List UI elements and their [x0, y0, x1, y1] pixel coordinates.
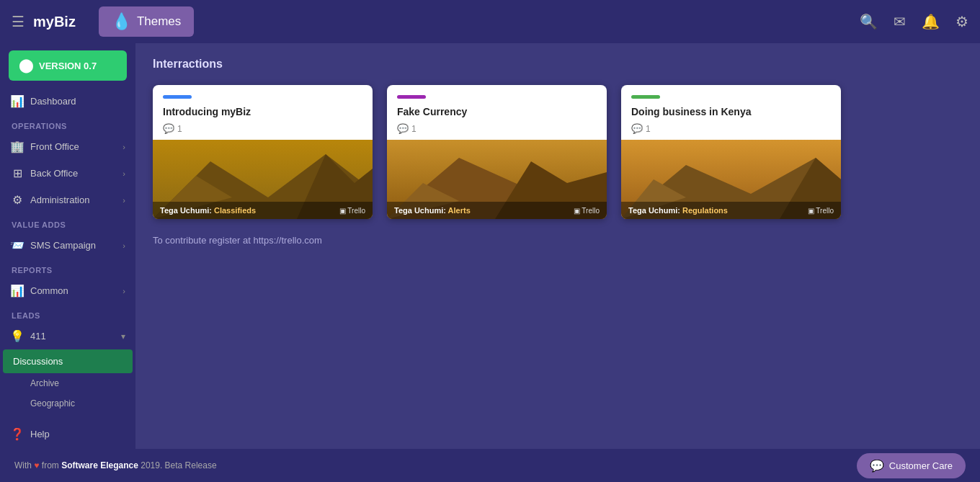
- sidebar-item-help[interactable]: ❓ Help: [0, 421, 135, 447]
- footer: With ♥ from Software Elegance 2019. Beta…: [0, 449, 980, 482]
- card-2-color-bar: [397, 95, 426, 99]
- card-1-header: Introducing myBiz 💬 1: [153, 85, 373, 140]
- brand-name: Software Elegance: [61, 460, 138, 470]
- card-2-author: Tega Uchumi: Alerts: [394, 206, 471, 215]
- sidebar-label-administration: Administration: [30, 195, 117, 205]
- sidebar-item-administration[interactable]: ⚙ Administration ›: [0, 187, 135, 213]
- card-3-comment: 💬 1: [631, 123, 831, 134]
- sidebar-item-discussions[interactable]: Discussions: [3, 349, 133, 373]
- card-3-color-bar: [631, 95, 660, 99]
- chat-icon: 💬: [870, 459, 884, 473]
- sidebar: ⬤ VERSION 0.7 📊 Dashboard OPERATIONS 🏢 F…: [0, 43, 135, 449]
- contribute-text: To contribute register at https://trello…: [153, 235, 963, 246]
- chevron-right-icon-4: ›: [122, 241, 125, 250]
- card-3-title: Doing business in Kenya: [631, 106, 831, 117]
- customer-care-label: Customer Care: [889, 460, 953, 471]
- card-3-overlay: Tega Uchumi: Regulations ▣ Trello: [621, 202, 841, 219]
- customer-care-button[interactable]: 💬 Customer Care: [857, 453, 966, 478]
- sidebar-item-dashboard[interactable]: 📊 Dashboard: [0, 88, 135, 115]
- card-1-color-bar: [163, 95, 192, 99]
- sidebar-label-discussions: Discussions: [13, 356, 122, 367]
- version-label: VERSION 0.7: [39, 61, 97, 71]
- sms-icon: 📨: [10, 238, 24, 252]
- card-2-comment: 💬 1: [397, 123, 597, 134]
- back-office-icon: ⊞: [10, 166, 24, 180]
- dashboard-icon: 📊: [10, 94, 24, 108]
- trello-badge-2: ▣ Trello: [574, 207, 600, 215]
- chevron-right-icon-3: ›: [122, 196, 125, 205]
- sidebar-item-common[interactable]: 📊 Common ›: [0, 277, 135, 304]
- chevron-down-icon: ▾: [121, 331, 125, 342]
- sidebar-item-411[interactable]: 💡 411 ▾: [0, 323, 135, 349]
- card-2-image: Tega Uchumi: Alerts ▣ Trello: [387, 140, 607, 219]
- settings-icon[interactable]: ⚙: [956, 13, 968, 30]
- card-1-title: Introducing myBiz: [163, 106, 362, 117]
- hamburger-icon[interactable]: ☰: [12, 13, 24, 30]
- sidebar-label-front-office: Front Office: [30, 141, 117, 152]
- sidebar-label-411: 411: [30, 331, 115, 342]
- trello-badge-3: ▣ Trello: [808, 207, 834, 215]
- topbar: ☰ myBiz 💧 Themes 🔍 ✉ 🔔 ⚙: [0, 0, 980, 43]
- section-label-operations: OPERATIONS: [0, 115, 135, 133]
- card-2-comment-count: 1: [411, 124, 416, 134]
- section-label-value-adds: VALUE ADDS: [0, 213, 135, 232]
- comment-icon-2: 💬: [397, 123, 409, 134]
- card-2-title: Fake Currency: [397, 106, 597, 117]
- version-button[interactable]: ⬤ VERSION 0.7: [9, 50, 127, 81]
- card-3-header: Doing business in Kenya 💬 1: [621, 85, 841, 140]
- chevron-right-icon: ›: [122, 143, 125, 151]
- sidebar-label-dashboard: Dashboard: [30, 96, 125, 107]
- section-label-leads: LEADS: [0, 304, 135, 323]
- sidebar-label-common: Common: [30, 285, 117, 296]
- cards-row: Introducing myBiz 💬 1: [153, 85, 963, 219]
- common-icon: 📊: [10, 284, 24, 298]
- sidebar-label-archive: Archive: [30, 378, 59, 388]
- themes-icon: 💧: [112, 12, 131, 31]
- chevron-right-icon-2: ›: [122, 169, 125, 178]
- card-3-comment-count: 1: [646, 124, 651, 134]
- sidebar-label-back-office: Back Office: [30, 168, 117, 179]
- footer-text: With ♥ from Software Elegance 2019. Beta…: [14, 460, 217, 470]
- sidebar-label-help: Help: [30, 429, 125, 439]
- card-3-author: Tega Uchumi: Regulations: [628, 206, 728, 215]
- search-icon[interactable]: 🔍: [860, 13, 878, 30]
- bell-icon[interactable]: 🔔: [922, 13, 940, 30]
- layout: ⬤ VERSION 0.7 📊 Dashboard OPERATIONS 🏢 F…: [0, 43, 980, 449]
- card-3-image: Tega Uchumi: Regulations ▣ Trello: [621, 140, 841, 219]
- card-2-header: Fake Currency 💬 1: [387, 85, 607, 140]
- topbar-left: ☰ myBiz 💧 Themes: [12, 6, 194, 37]
- sidebar-item-front-office[interactable]: 🏢 Front Office ›: [0, 133, 135, 160]
- mail-icon[interactable]: ✉: [894, 13, 906, 30]
- front-office-icon: 🏢: [10, 140, 24, 153]
- topbar-right: 🔍 ✉ 🔔 ⚙: [860, 13, 968, 30]
- sidebar-item-back-office[interactable]: ⊞ Back Office ›: [0, 160, 135, 187]
- chevron-right-icon-5: ›: [122, 287, 125, 295]
- sidebar-item-archive[interactable]: Archive: [0, 373, 135, 393]
- section-title: Interractions: [153, 58, 963, 71]
- card-1-author: Tega Uchumi: Classifieds: [160, 206, 256, 215]
- tab-label: Themes: [137, 14, 181, 29]
- card-fake-currency: Fake Currency 💬 1: [387, 85, 607, 219]
- card-1-overlay: Tega Uchumi: Classifieds ▣ Trello: [153, 202, 373, 219]
- github-icon: ⬤: [19, 58, 33, 73]
- card-1-comment: 💬 1: [163, 123, 362, 134]
- card-2-overlay: Tega Uchumi: Alerts ▣ Trello: [387, 202, 607, 219]
- sidebar-label-geographic: Geographic: [30, 398, 75, 409]
- trello-badge-1: ▣ Trello: [339, 207, 365, 215]
- comment-icon-3: 💬: [631, 123, 643, 134]
- main-content: Interractions Introducing myBiz 💬 1: [135, 43, 980, 449]
- section-label-reports: REPORTS: [0, 259, 135, 277]
- leads-icon: 💡: [10, 329, 24, 343]
- heart-icon: ♥: [34, 460, 41, 470]
- sidebar-item-geographic[interactable]: Geographic: [0, 393, 135, 414]
- sidebar-label-sms: SMS Campaign: [30, 240, 117, 251]
- administration-icon: ⚙: [10, 193, 24, 207]
- card-1-comment-count: 1: [177, 124, 182, 134]
- sidebar-item-sms-campaign[interactable]: 📨 SMS Campaign ›: [0, 232, 135, 259]
- logo: myBiz: [33, 14, 76, 30]
- card-introducing-mybiz: Introducing myBiz 💬 1: [153, 85, 373, 219]
- active-tab[interactable]: 💧 Themes: [99, 6, 194, 37]
- help-icon: ❓: [10, 427, 24, 441]
- card-doing-business: Doing business in Kenya 💬 1: [621, 85, 841, 219]
- card-1-image: Tega Uchumi: Classifieds ▣ Trello: [153, 140, 373, 219]
